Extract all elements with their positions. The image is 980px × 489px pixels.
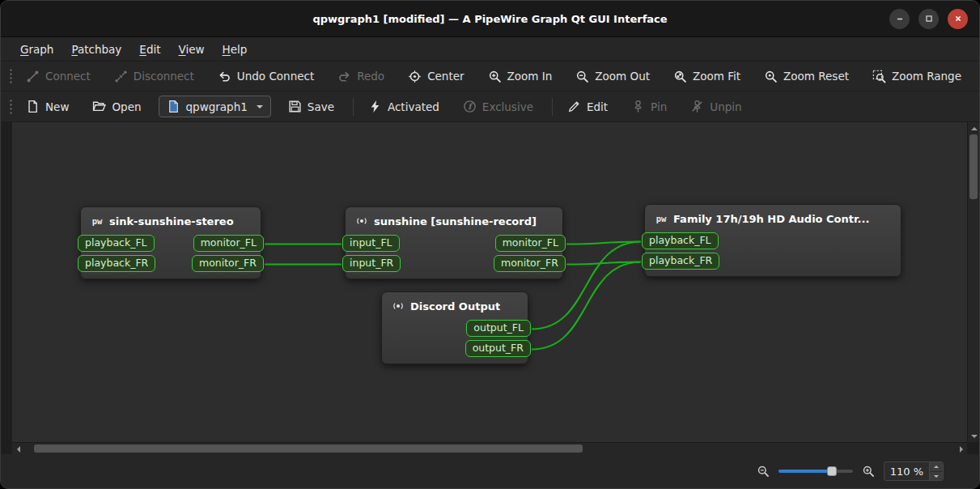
vertical-scrollbar[interactable] [967, 122, 979, 442]
v-scroll-handle[interactable] [969, 134, 978, 199]
minimize-button[interactable] [889, 9, 910, 29]
zoom-spinbox[interactable]: 110 % [884, 461, 944, 481]
port-out-monitor_FR[interactable]: monitor_FR [192, 255, 264, 272]
zoom-out-button[interactable]: Zoom Out [569, 66, 656, 87]
node-discord-output[interactable]: Discord Outputoutput_FLoutput_FR [381, 291, 528, 364]
save-icon [288, 100, 302, 113]
toolbar-grip[interactable] [9, 68, 13, 84]
scroll-up-arrow-icon[interactable] [968, 122, 980, 134]
port-out-monitor_FR[interactable]: monitor_FR [494, 255, 566, 272]
node-sunshine[interactable]: sunshine [sunshine-record]input_FLmonito… [345, 206, 563, 279]
port-in-playback_FR[interactable]: playback_FR [642, 253, 719, 270]
spin-up-button[interactable] [930, 462, 943, 471]
exclusive-icon: f [463, 100, 477, 113]
center-button[interactable]: Center [401, 66, 470, 87]
port-in-playback_FR[interactable]: playback_FR [78, 255, 155, 272]
port-out-monitor_FL[interactable]: monitor_FL [193, 235, 264, 252]
main-area: pwsink-sunshine-stereoplayback_FLmonitor… [1, 122, 979, 454]
window-title: qpwgraph1 [modified] — A PipeWire Graph … [312, 13, 667, 25]
port-out-output_FR[interactable]: output_FR [465, 340, 531, 357]
port-in-input_FR[interactable]: input_FR [342, 255, 401, 272]
unpin-button[interactable]: Unpin [684, 96, 748, 117]
svg-text:f: f [468, 102, 473, 111]
toolbar-main: ConnectDisconnectUndo ConnectRedoCenterZ… [1, 62, 979, 91]
titlebar[interactable]: qpwgraph1 [modified] — A PipeWire Graph … [1, 1, 979, 37]
toolbar-label: New [45, 100, 69, 113]
connections-layer [12, 122, 967, 442]
new-icon [26, 100, 40, 113]
spin-down-button[interactable] [930, 471, 943, 480]
node-title: Discord Output [410, 300, 500, 313]
scroll-right-arrow-icon[interactable] [955, 443, 967, 455]
node-sink-sunshine-stereo[interactable]: pwsink-sunshine-stereoplayback_FLmonitor… [80, 206, 261, 279]
v-scroll-track[interactable] [968, 134, 979, 430]
zoom-reset-icon [764, 70, 778, 83]
toolbar-grip[interactable] [9, 99, 13, 115]
menu-view[interactable]: View [171, 40, 213, 59]
zoom-slider-handle[interactable] [827, 466, 837, 476]
activated-button[interactable]: Activated [362, 96, 446, 117]
edit-button[interactable]: Edit [561, 96, 614, 117]
toolbar-separator [353, 98, 354, 116]
disconnect-button[interactable]: Disconnect [108, 66, 201, 87]
save-button[interactable]: Save [282, 96, 341, 117]
port-in-playback_FL[interactable]: playback_FL [78, 235, 155, 252]
toolbar-label: Open [112, 100, 141, 113]
toolbar-label: Redo [357, 70, 384, 83]
node-title: Family 17h/19h HD Audio Contr... [673, 213, 869, 225]
horizontal-scrollbar[interactable] [12, 442, 967, 454]
zoom-fit-button[interactable]: Zoom Fit [667, 66, 747, 87]
app-window: qpwgraph1 [modified] — A PipeWire Graph … [0, 0, 980, 489]
h-scroll-handle[interactable] [34, 444, 583, 453]
toolbar-patchbay-items: NewOpenqpwgraph1SaveActivatedfExclusiveE… [19, 96, 759, 117]
port-out-output_FL[interactable]: output_FL [466, 320, 531, 337]
redo-button[interactable]: Redo [331, 66, 391, 87]
pin-icon [631, 100, 645, 113]
toolbar-label: Disconnect [134, 70, 194, 83]
graph-canvas[interactable]: pwsink-sunshine-stereoplayback_FLmonitor… [12, 122, 967, 442]
zoom-reset-button[interactable]: Zoom Reset [757, 66, 855, 87]
h-scroll-track[interactable] [24, 443, 955, 454]
toolbar-label: Zoom Out [595, 70, 650, 83]
node-header[interactable]: pwFamily 17h/19h HD Audio Contr... [645, 205, 901, 232]
menu-graph[interactable]: Graph [12, 40, 62, 59]
connect-button[interactable]: Connect [19, 66, 97, 87]
connect-icon [26, 70, 40, 83]
port-in-input_FL[interactable]: input_FL [342, 235, 400, 252]
toolbar-label: Zoom Fit [693, 70, 740, 83]
open-button[interactable]: Open [86, 96, 147, 117]
scroll-down-arrow-icon[interactable] [968, 430, 980, 442]
node-header[interactable]: Discord Output [382, 292, 528, 320]
zoom-in-small-icon[interactable] [862, 465, 875, 478]
scroll-left-arrow-icon[interactable] [12, 443, 24, 455]
zoom-in-button[interactable]: Zoom In [482, 66, 559, 87]
toolbar-label: Pin [651, 100, 667, 113]
menu-patchbay[interactable]: Patchbay [63, 40, 129, 59]
menu-edit[interactable]: Edit [131, 40, 168, 59]
open-icon [92, 100, 106, 113]
speaker-icon [392, 300, 405, 313]
zoom-range-button[interactable]: Zoom Range [866, 66, 968, 87]
zoom-range-icon [872, 70, 886, 83]
node-header[interactable]: pwsink-sunshine-stereo [81, 207, 261, 235]
zoom-slider-track[interactable] [778, 470, 853, 473]
zoom-in-icon [488, 70, 502, 83]
menu-help[interactable]: Help [214, 40, 256, 59]
toolbar-label: Activated [388, 100, 439, 113]
undo-connect-button[interactable]: Undo Connect [211, 66, 320, 87]
exclusive-button[interactable]: fExclusive [456, 96, 540, 117]
pipewire-icon: pw [91, 215, 104, 227]
minimize-icon [894, 13, 906, 24]
node-header[interactable]: sunshine [sunshine-record] [346, 207, 562, 235]
pin-button[interactable]: Pin [625, 96, 673, 117]
zoom-out-small-icon[interactable] [757, 465, 770, 478]
current-patchbay-combo[interactable]: qpwgraph1 [159, 96, 271, 117]
port-in-playback_FL[interactable]: playback_FL [642, 232, 719, 249]
zoom-slider[interactable] [778, 465, 853, 478]
toolbar-label: Edit [587, 100, 608, 113]
new-button[interactable]: New [19, 96, 75, 117]
close-button[interactable] [948, 9, 968, 29]
port-out-monitor_FL[interactable]: monitor_FL [495, 235, 566, 252]
node-family-hd-audio[interactable]: pwFamily 17h/19h HD Audio Contr...playba… [644, 204, 902, 277]
maximize-button[interactable] [918, 9, 939, 29]
